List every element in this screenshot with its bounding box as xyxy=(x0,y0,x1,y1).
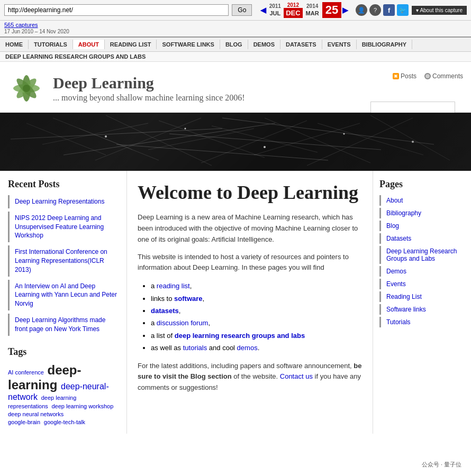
comments-feed-link[interactable]: Comments xyxy=(424,72,463,80)
posts-feed-link[interactable]: ▣ Posts xyxy=(393,72,416,80)
list-item: Bibliography xyxy=(379,208,465,218)
wayback-prev-arrow[interactable]: ◀ xyxy=(260,6,266,14)
list-item: First International Conference on Learni… xyxy=(8,245,119,276)
svg-rect-31 xyxy=(0,113,471,171)
list-item: a reading list, xyxy=(151,280,362,292)
post-link-4[interactable]: An Interview on AI and Deep Learning wit… xyxy=(15,282,117,308)
page-blog[interactable]: Blog xyxy=(386,222,399,230)
contact-para: For the latest additions, including pape… xyxy=(138,361,362,393)
wayback-jul-block: 2011 JUL xyxy=(267,3,283,17)
nav-reading-list[interactable]: READING LIST xyxy=(105,40,157,49)
post-link-3[interactable]: First International Conference on Learni… xyxy=(15,248,107,273)
wayback-help-icon[interactable]: ? xyxy=(369,4,381,16)
tag-representations[interactable]: representations xyxy=(8,403,48,409)
tag-ai-conference[interactable]: AI conference xyxy=(8,369,44,376)
nav-events[interactable]: EVENTS xyxy=(322,40,357,49)
nav-blog[interactable]: BLOG xyxy=(220,40,248,49)
software-link[interactable]: software xyxy=(174,295,202,303)
wayback-month-mar[interactable]: MAR xyxy=(304,9,321,17)
pages-list: About Bibliography Blog Datasets Deep Le… xyxy=(379,195,465,327)
post-link-1[interactable]: Deep Learning Representations xyxy=(15,198,104,205)
wayback-captures-link[interactable]: 565 captures xyxy=(4,22,467,28)
wayback-bar: Go ◀ 2011 JUL 2012 DEC 2014 MAR 25 ▶ 👤 ?… xyxy=(0,0,471,21)
list-item: Demos xyxy=(379,266,465,277)
list-item: About xyxy=(379,195,465,206)
list-item: Deep Learning Research Groups and Labs xyxy=(379,246,465,264)
page-about[interactable]: About xyxy=(386,197,403,204)
datasets-link[interactable]: datasets xyxy=(151,307,179,315)
wayback-go-button[interactable]: Go xyxy=(232,4,252,16)
nav-datasets[interactable]: DATASETS xyxy=(280,40,322,49)
reading-list-link[interactable]: reading list xyxy=(157,282,190,290)
list-item: links to software, xyxy=(151,292,362,305)
research-groups-link[interactable]: deep learning research groups and labs xyxy=(175,332,305,340)
wayback-user-icon[interactable]: 👤 xyxy=(356,4,367,16)
list-item: a list of deep learning research groups … xyxy=(151,329,362,342)
list-item: as well as tutorials and cool demos. xyxy=(151,342,362,354)
page-reading-list[interactable]: Reading List xyxy=(386,293,422,300)
wayback-day: 25 xyxy=(322,2,341,18)
comments-label: Comments xyxy=(432,72,463,80)
post-link-5[interactable]: Deep Learning Algorithms made front page… xyxy=(15,316,105,333)
svg-point-4 xyxy=(23,85,30,92)
tags-cloud: AI conference deep-learning deep-neural-… xyxy=(8,363,119,426)
page-tutorials[interactable]: Tutorials xyxy=(386,318,411,326)
main-nav: HOME TUTORIALS ABOUT READING LIST SOFTWA… xyxy=(0,36,471,52)
wayback-captures-row: 565 captures 17 Jun 2010 – 14 Nov 2020 xyxy=(0,21,471,36)
list-item: Reading List xyxy=(379,291,465,302)
contact-us-link[interactable]: Contact us xyxy=(280,372,313,380)
tag-workshop[interactable]: deep learning workshop xyxy=(51,403,113,409)
main-layout: Recent Posts Deep Learning Representatio… xyxy=(0,171,471,434)
list-item: NIPS 2012 Deep Learning and Unsupervised… xyxy=(8,212,119,242)
wayback-facebook-icon[interactable]: f xyxy=(383,4,395,16)
page-demos[interactable]: Demos xyxy=(386,268,406,275)
wayback-mar-block: 2014 MAR xyxy=(304,3,321,17)
list-item: Deep Learning Algorithms made front page… xyxy=(8,314,119,336)
discussion-forum-link[interactable]: discussion forum xyxy=(157,319,209,327)
list-item: Software links xyxy=(379,304,465,315)
list-item: Deep Learning Representations xyxy=(8,195,119,208)
tags-section: Tags AI conference deep-learning deep-ne… xyxy=(8,346,119,426)
recent-posts-list: Deep Learning Representations NIPS 2012 … xyxy=(8,195,119,336)
search-input[interactable] xyxy=(370,102,455,113)
tutorials-link[interactable]: tutorials xyxy=(183,344,207,352)
main-content: Welcome to Deep Learning Deep Learning i… xyxy=(127,171,373,434)
wayback-month-dec[interactable]: DEC xyxy=(284,8,302,18)
post-link-2[interactable]: NIPS 2012 Deep Learning and Unsupervised… xyxy=(15,214,104,240)
nav-tutorials[interactable]: TUTORIALS xyxy=(29,40,73,49)
nav-about[interactable]: ABOUT xyxy=(73,40,105,49)
nav-bibliography[interactable]: BIBLIOGRAPHY xyxy=(357,40,412,49)
tag-deep-neural-networks[interactable]: deep neural networks xyxy=(8,411,64,417)
intro-para-1: Deep Learning is a new area of Machine L… xyxy=(138,212,362,245)
wayback-year-2011: 2011 xyxy=(269,3,281,9)
page-bibliography[interactable]: Bibliography xyxy=(386,209,421,217)
wayback-url-input[interactable] xyxy=(4,4,229,16)
page-events[interactable]: Events xyxy=(386,280,406,288)
nav-software-links[interactable]: SOFTWARE LINKS xyxy=(157,40,220,49)
content-list: a reading list, links to software, datas… xyxy=(151,280,362,354)
tag-deep-learning-2[interactable]: deep learning xyxy=(41,395,77,401)
list-item: Datasets xyxy=(379,233,465,244)
demos-link[interactable]: demos xyxy=(237,344,258,352)
sub-nav-item[interactable]: DEEP LEARNING RESEARCH GROUPS AND LABS xyxy=(0,52,471,62)
nav-demos[interactable]: DEMOS xyxy=(248,40,280,49)
posts-label: Posts xyxy=(401,72,416,80)
page-datasets[interactable]: Datasets xyxy=(386,235,411,242)
welcome-title: Welcome to Deep Learning xyxy=(138,181,362,204)
list-item: Tutorials xyxy=(379,317,465,327)
header-right: ▣ Posts Comments xyxy=(393,72,463,80)
rss-icon: ▣ xyxy=(393,73,399,79)
nav-home[interactable]: HOME xyxy=(0,40,29,49)
wayback-year-2012: 2012 xyxy=(287,2,299,8)
wayback-about-button[interactable]: ▾ About this capture xyxy=(412,6,467,15)
tag-google-brain[interactable]: google-brain xyxy=(8,419,40,425)
blog-emphasis: be sure to visit the Blog section xyxy=(138,362,361,381)
list-item: Blog xyxy=(379,221,465,231)
tag-google-tech-talk[interactable]: google-tech-talk xyxy=(44,419,85,425)
left-sidebar: Recent Posts Deep Learning Representatio… xyxy=(0,171,127,434)
wayback-next-arrow[interactable]: ▶ xyxy=(342,6,348,14)
page-research-groups[interactable]: Deep Learning Research Groups and Labs xyxy=(386,248,457,262)
wayback-month-jul[interactable]: JUL xyxy=(267,9,283,17)
page-software-links[interactable]: Software links xyxy=(386,306,426,313)
wayback-twitter-icon[interactable]: 🐦 xyxy=(397,4,409,16)
